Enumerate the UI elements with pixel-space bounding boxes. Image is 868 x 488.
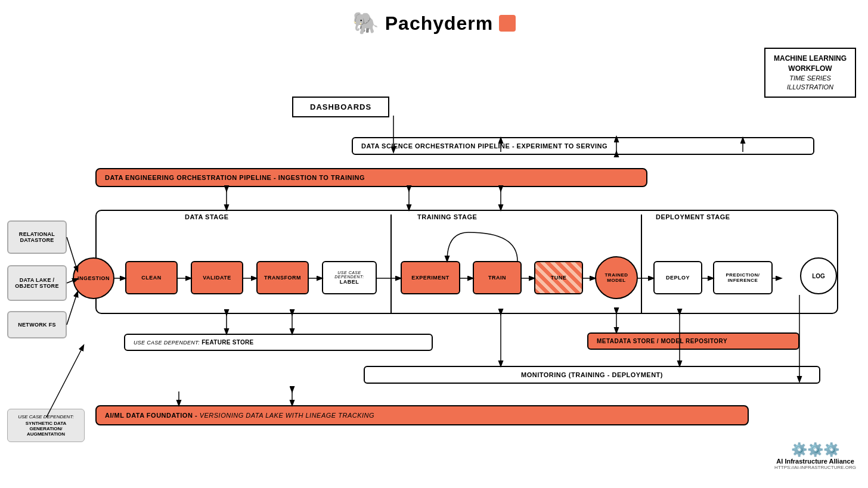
main-container: { "header": { "logo_text": "Pachyderm", … <box>0 0 868 488</box>
network-fs: NETWORK FS <box>7 311 67 338</box>
label-node: USE CASE DEPENDENT: LABEL <box>322 261 377 294</box>
de-pipeline: DATA ENGINEERING ORCHESTRATION PIPELINE … <box>95 168 647 187</box>
divider-2 <box>641 215 642 313</box>
metadata-store: METADATA STORE / MODEL REPOSITORY <box>587 332 799 350</box>
logo-orange-square <box>499 15 516 32</box>
transform-node: TRANSFORM <box>256 261 309 294</box>
tune-node: TUNE <box>534 261 583 294</box>
relational-datastore: RELATIONAL DATASTORE <box>7 220 67 254</box>
logo-elephant: 🐘 <box>352 11 379 36</box>
header: 🐘 Pachyderm <box>6 6 862 38</box>
experiment-node: EXPERIMENT <box>401 261 460 294</box>
dashboard-box: DASHBOARDS <box>292 97 389 117</box>
deploy-node: DEPLOY <box>653 261 702 294</box>
aia-logo: ⚙️⚙️⚙️ AI Infrastructure Alliance HTTPS:… <box>774 442 856 470</box>
ingestion-node: INGESTION <box>73 257 114 299</box>
ml-workflow-label: MACHINE LEARNING WORKFLOW TIME SERIES IL… <box>764 48 856 98</box>
train-node: TRAIN <box>473 261 522 294</box>
feature-store: USE CASE DEPENDENT: FEATURE STORE <box>124 334 433 351</box>
datalake-store: DATA LAKE / OBJECT STORE <box>7 265 67 301</box>
logo-text: Pachyderm <box>385 13 494 35</box>
divider-1 <box>390 215 392 313</box>
trained-model-node: TRAINED MODEL <box>595 256 638 299</box>
monitoring-box: MONITORING (TRAINING - DEPLOYMENT) <box>364 366 820 384</box>
gear-cluster-icon: ⚙️⚙️⚙️ <box>774 442 856 458</box>
clean-node: CLEAN <box>125 261 178 294</box>
prediction-node: PREDICTION/ INFERENCE <box>713 261 773 294</box>
svg-line-2 <box>67 292 78 325</box>
svg-line-29 <box>46 346 83 417</box>
validate-node: VALIDATE <box>191 261 243 294</box>
aiml-foundation: AI/ML DATA FOUNDATION - VERSIONING DATA … <box>95 405 749 425</box>
log-node: LOG <box>800 257 837 294</box>
ds-pipeline: DATA SCIENCE ORCHESTRATION PIPELINE - EX… <box>352 137 814 155</box>
use-case-box: USE CASE DEPENDENT: SYNTHETIC DATA GENER… <box>7 409 85 442</box>
